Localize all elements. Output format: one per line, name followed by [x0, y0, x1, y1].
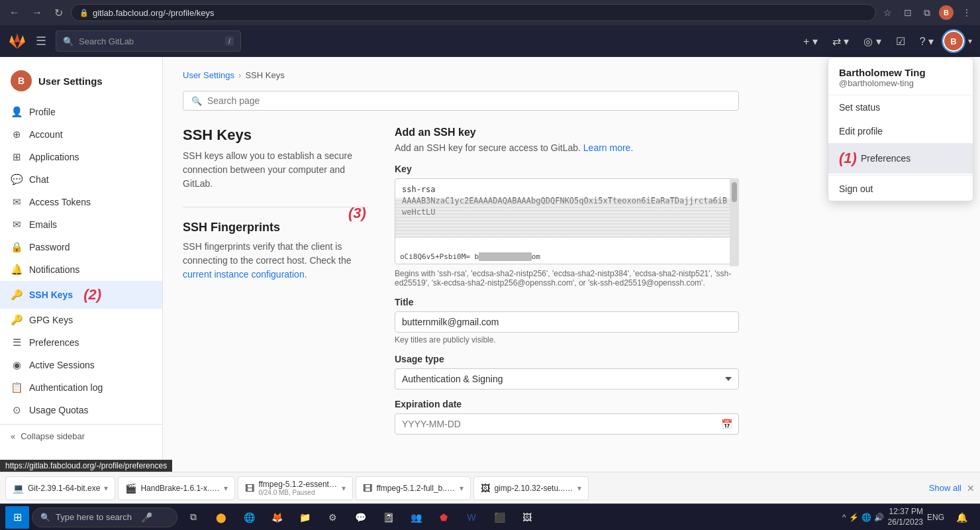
- gimp-download-chevron-icon[interactable]: ▾: [577, 484, 581, 493]
- access-tokens-icon: ✉: [11, 196, 23, 208]
- dropdown-item-sign-out[interactable]: Sign out: [828, 177, 973, 201]
- taskbar-firefox-button[interactable]: 🦊: [264, 506, 290, 529]
- taskbar-task-view-button[interactable]: ⧉: [180, 506, 207, 529]
- sidebar-item-applications[interactable]: ⊞ Applications: [0, 146, 162, 168]
- back-button[interactable]: ←: [5, 4, 24, 21]
- help-button[interactable]: ? ▾: [914, 31, 939, 52]
- sidebar-item-profile[interactable]: 👤 Profile: [0, 101, 162, 123]
- sidebar-label-preferences: Preferences: [29, 337, 79, 348]
- refresh-button[interactable]: ↻: [50, 4, 67, 22]
- download-item-gimp[interactable]: 🖼 gimp-2.10.32-setu...exe ▾: [473, 476, 589, 500]
- issues-button[interactable]: ◎ ▾: [858, 31, 886, 52]
- sidebar-item-usage-quotas[interactable]: ⊙ Usage Quotas: [0, 399, 162, 421]
- taskbar-search[interactable]: 🔍 Type here to search 🎤: [32, 507, 177, 527]
- taskbar-explorer-button[interactable]: 📁: [291, 506, 318, 529]
- taskbar-bluetooth-icon[interactable]: ⚡: [849, 513, 859, 522]
- gimp-download-name: gimp-2.10.32-setu...exe: [494, 484, 573, 493]
- taskbar-photos-button[interactable]: 🖼: [514, 506, 540, 529]
- browser-menu-button[interactable]: ⋮: [959, 5, 975, 20]
- sidebar-item-gpg-keys[interactable]: 🔑 GPG Keys: [0, 309, 162, 331]
- fingerprints-link[interactable]: current instance configuration.: [183, 269, 307, 280]
- taskbar-teams-button[interactable]: 👥: [403, 506, 429, 529]
- taskbar-network-icon[interactable]: 🌐: [861, 513, 871, 522]
- dropdown-item-edit-profile[interactable]: Edit profile: [828, 119, 973, 143]
- key-textarea[interactable]: ssh-rsa AAAAB3NzaC1yc2EAAAADAQABAAAbgQDQ…: [395, 178, 739, 264]
- extension-button[interactable]: ⧉: [920, 5, 934, 21]
- hamburger-button[interactable]: ☰: [33, 31, 49, 51]
- search-page-input[interactable]: [207, 95, 730, 106]
- browser-user-avatar[interactable]: B: [939, 5, 954, 20]
- usage-quotas-icon: ⊙: [11, 404, 23, 416]
- start-button[interactable]: ⊞: [5, 506, 29, 529]
- taskbar-notification-button[interactable]: 🔔: [948, 506, 975, 529]
- download-item-handbrake[interactable]: 🎬 HandBrake-1.6.1-x...exe ▾: [118, 476, 235, 500]
- download-item-git[interactable]: 💻 Git-2.39.1-64-bit.exe ▾: [5, 476, 115, 500]
- sidebar-item-preferences[interactable]: ☰ Preferences: [0, 331, 162, 354]
- svg-marker-0: [15, 33, 20, 42]
- dropdown-user-section: Bartholomew Ting @bartholomew-ting: [828, 58, 973, 95]
- taskbar-word-button[interactable]: W: [458, 506, 485, 529]
- taskbar-sound-icon[interactable]: 🔊: [874, 513, 884, 522]
- usage-type-select[interactable]: Authentication & Signing Authentication …: [395, 368, 739, 390]
- taskbar-time-text: 12:37 PM: [888, 507, 923, 517]
- ffmpeg-full-download-chevron-icon[interactable]: ▾: [460, 484, 464, 493]
- download-item-ffmpeg-essent[interactable]: 🎞 ffmpeg-5.1.2-essent...7z 0/24.0 MB, Pa…: [238, 476, 353, 500]
- collapse-sidebar-button[interactable]: « Collapse sidebar: [0, 424, 162, 448]
- todos-button[interactable]: ☑: [891, 31, 910, 52]
- sidebar-item-notifications[interactable]: 🔔 Notifications: [0, 258, 162, 281]
- dropdown-item-preferences[interactable]: (1) Preferences: [828, 143, 973, 174]
- sidebar-item-password[interactable]: 🔒 Password: [0, 236, 162, 258]
- sidebar-item-ssh-keys[interactable]: 🔑 SSH Keys (2): [0, 281, 162, 309]
- breadcrumb-current: SSH Keys: [245, 70, 284, 80]
- taskbar-edge-button[interactable]: 🌐: [236, 506, 262, 529]
- learn-more-link[interactable]: Learn more.: [583, 142, 633, 153]
- taskbar-up-arrow-icon[interactable]: ^: [842, 513, 846, 522]
- usage-type-label: Usage type: [395, 354, 739, 364]
- taskbar-discord-button[interactable]: 💬: [347, 506, 373, 529]
- git-download-icon: 💻: [13, 483, 24, 494]
- sidebar-item-account[interactable]: ⊕ Account: [0, 123, 162, 146]
- sidebar-item-chat[interactable]: 💬 Chat: [0, 168, 162, 191]
- user-avatar-button[interactable]: B: [943, 30, 964, 52]
- git-download-chevron-icon[interactable]: ▾: [104, 484, 108, 493]
- breadcrumb-parent-link[interactable]: User Settings: [183, 70, 234, 80]
- sidebar-item-emails[interactable]: ✉ Emails: [0, 213, 162, 236]
- ffmpeg-essent-download-chevron-icon[interactable]: ▾: [342, 484, 346, 493]
- new-item-button[interactable]: + ▾: [798, 31, 823, 52]
- edit-profile-label: Edit profile: [839, 126, 883, 136]
- sidebar-item-access-tokens[interactable]: ✉ Access Tokens: [0, 191, 162, 213]
- download-bar: 💻 Git-2.39.1-64-bit.exe ▾ 🎬 HandBrake-1.…: [0, 472, 980, 504]
- show-all-downloads-button[interactable]: Show all: [929, 483, 961, 493]
- taskbar-clock[interactable]: 12:37 PM 26/1/2023: [888, 507, 923, 527]
- sidebar-item-active-sessions[interactable]: ◉ Active Sessions: [0, 354, 162, 376]
- download-item-ffmpeg-essent-info: ffmpeg-5.1.2-essent...7z 0/24.0 MB, Paus…: [258, 480, 338, 496]
- close-download-bar-button[interactable]: ✕: [967, 483, 975, 494]
- handbrake-download-name: HandBrake-1.6.1-x...exe: [140, 484, 220, 493]
- taskbar-settings-button[interactable]: ⚙: [319, 506, 346, 529]
- taskbar-chrome-button[interactable]: ⬤: [208, 506, 234, 529]
- merge-requests-button[interactable]: ⇄ ▾: [827, 31, 854, 52]
- address-bar[interactable]: 🔒 gitlab.fabcloud.org/-/profile/keys: [71, 4, 876, 21]
- taskbar-extra1-button[interactable]: ⬟: [430, 506, 457, 529]
- sidebar-item-authentication-log[interactable]: 📋 Authentication log: [0, 376, 162, 399]
- tab-button[interactable]: ⊡: [901, 5, 915, 20]
- search-page-bar[interactable]: 🔍: [183, 91, 739, 111]
- bookmark-button[interactable]: ☆: [880, 5, 895, 20]
- search-bar[interactable]: 🔍 Search GitLab /: [56, 30, 241, 52]
- handbrake-download-chevron-icon[interactable]: ▾: [224, 484, 228, 493]
- textarea-scrollbar[interactable]: [730, 178, 739, 266]
- expiration-date-input[interactable]: [395, 413, 739, 435]
- title-input[interactable]: [395, 311, 739, 333]
- preferences-label: Preferences: [861, 153, 910, 164]
- gitlab-logo-icon[interactable]: [8, 32, 26, 50]
- download-item-ffmpeg-full[interactable]: 🎞 ffmpeg-5.1.2-full_b...7z ▾: [356, 476, 471, 500]
- forward-button[interactable]: →: [28, 4, 46, 21]
- user-dropdown-menu: Bartholomew Ting @bartholomew-ting Set s…: [828, 57, 973, 201]
- taskbar-onenote-button[interactable]: 📓: [375, 506, 401, 529]
- gpg-keys-icon: 🔑: [11, 314, 23, 326]
- taskbar-extra2-button[interactable]: ⬛: [486, 506, 513, 529]
- dropdown-item-set-status[interactable]: Set status: [828, 95, 973, 119]
- sidebar-label-password: Password: [29, 242, 70, 252]
- taskbar-lang-text: ENG: [927, 513, 944, 522]
- avatar-chevron-icon[interactable]: ▾: [968, 36, 972, 46]
